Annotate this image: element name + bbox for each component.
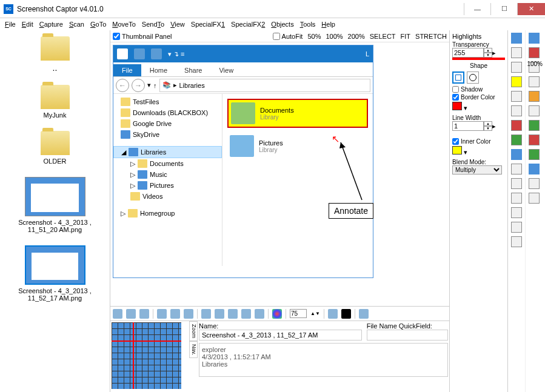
border-color-checkbox[interactable]: Border Color bbox=[452, 94, 505, 101]
palette-icon[interactable] bbox=[529, 105, 540, 116]
palette-icon[interactable] bbox=[511, 164, 522, 174]
palette-icon[interactable] bbox=[529, 91, 540, 102]
tool-icon[interactable] bbox=[201, 309, 211, 319]
palette-icon[interactable] bbox=[529, 135, 540, 145]
tool-icon[interactable] bbox=[272, 309, 282, 319]
nav-tab[interactable]: Nav. bbox=[189, 341, 198, 358]
transparency-spinner[interactable]: ▲▼ bbox=[484, 48, 492, 58]
canvas[interactable]: ▾ ↴ ≡ L File Home Share View ← → ▾ ↑ 📚 bbox=[110, 42, 449, 306]
palette-icon[interactable] bbox=[511, 76, 522, 87]
tool-icon[interactable] bbox=[255, 309, 264, 319]
palette-icon[interactable] bbox=[529, 164, 540, 174]
menu-scan[interactable]: Scan bbox=[67, 19, 87, 29]
tree-testfiles[interactable]: TestFiles bbox=[113, 96, 222, 107]
menu-help[interactable]: Help bbox=[319, 19, 338, 29]
line-width-spinner[interactable]: ▲▼ bbox=[484, 121, 492, 131]
thumbnail-panel-checkbox[interactable]: Thumbnail Panel bbox=[113, 33, 172, 40]
ribbon-tab-home[interactable]: Home bbox=[141, 64, 176, 76]
tool-icon[interactable] bbox=[170, 309, 180, 319]
menu-specialfx2[interactable]: SpecialFX2 bbox=[229, 19, 267, 29]
palette-icon[interactable] bbox=[529, 76, 540, 87]
tool-spinner[interactable] bbox=[290, 309, 307, 318]
ribbon-tab-view[interactable]: View bbox=[210, 64, 242, 76]
palette-icon[interactable] bbox=[529, 33, 540, 44]
tool-icon[interactable] bbox=[113, 309, 122, 319]
inner-color-swatch[interactable] bbox=[452, 146, 462, 154]
palette-icon[interactable] bbox=[529, 178, 540, 189]
close-button[interactable]: ✕ bbox=[517, 3, 545, 15]
transparency-input[interactable] bbox=[452, 48, 484, 58]
palette-icon[interactable] bbox=[511, 222, 522, 233]
palette-icon[interactable] bbox=[511, 33, 522, 44]
palette-icon[interactable] bbox=[511, 120, 522, 131]
shadow-checkbox[interactable]: Shadow bbox=[452, 86, 505, 93]
zoom-50[interactable]: 50% bbox=[307, 33, 321, 40]
library-pictures[interactable]: PicturesLibrary bbox=[227, 133, 368, 159]
tool-icon[interactable] bbox=[241, 309, 251, 319]
mode-fit[interactable]: FIT bbox=[401, 33, 411, 40]
palette-icon[interactable] bbox=[511, 207, 522, 218]
tool-icon[interactable] bbox=[359, 309, 369, 319]
nav-up-button[interactable]: ↑ bbox=[153, 82, 157, 89]
ribbon-tab-share[interactable]: Share bbox=[176, 64, 210, 76]
menu-capture[interactable]: Capture bbox=[37, 19, 65, 29]
tree-documents[interactable]: ▷Documents bbox=[113, 158, 222, 169]
line-width-input[interactable] bbox=[452, 121, 484, 131]
mode-stretch[interactable]: STRETCH bbox=[415, 33, 447, 40]
palette-icon[interactable] bbox=[511, 47, 522, 58]
menu-tools[interactable]: Tools bbox=[298, 19, 318, 29]
border-color-swatch[interactable] bbox=[452, 102, 462, 110]
tool-icon[interactable] bbox=[184, 309, 193, 319]
tool-icon[interactable] bbox=[215, 309, 224, 319]
tool-icon[interactable] bbox=[328, 309, 338, 319]
quickfield-input[interactable] bbox=[367, 330, 448, 341]
ribbon-tab-file[interactable]: File bbox=[113, 64, 141, 76]
thumb-folder-older[interactable]: OLDER bbox=[1, 126, 109, 172]
palette-icon[interactable] bbox=[529, 193, 540, 204]
palette-icon[interactable] bbox=[511, 135, 522, 145]
maximize-button[interactable]: ☐ bbox=[490, 3, 517, 15]
tree-homegroup[interactable]: ▷Homegroup bbox=[113, 208, 222, 219]
shape-rect-button[interactable] bbox=[452, 71, 464, 84]
tree-music[interactable]: ▷Music bbox=[113, 169, 222, 180]
palette-icon[interactable] bbox=[529, 120, 540, 131]
palette-icon[interactable] bbox=[511, 193, 522, 204]
annotate-label[interactable]: Annotate bbox=[329, 203, 373, 219]
zoom-tab[interactable]: Zoom bbox=[189, 321, 198, 341]
tool-icon[interactable] bbox=[157, 309, 167, 319]
tree-skydrive[interactable]: SkyDrive bbox=[113, 129, 222, 140]
tree-gdrive[interactable]: Google Drive bbox=[113, 118, 222, 129]
zoom-200[interactable]: 200% bbox=[348, 33, 365, 40]
palette-icon[interactable] bbox=[511, 62, 522, 73]
autofit-checkbox[interactable]: AutoFit bbox=[273, 33, 303, 40]
tree-videos[interactable]: Videos bbox=[113, 191, 222, 202]
tree-pictures[interactable]: ▷Pictures bbox=[113, 180, 222, 191]
tool-icon[interactable] bbox=[126, 309, 136, 319]
tool-icon[interactable] bbox=[341, 309, 351, 319]
thumb-screenshot-2[interactable]: Screenshot - 4_3_2013 , 11_52_17 AM.png bbox=[1, 241, 109, 309]
name-input[interactable] bbox=[199, 330, 362, 341]
thumb-parent[interactable]: .. bbox=[1, 32, 109, 80]
menu-moveto[interactable]: MoveTo bbox=[110, 19, 138, 29]
nav-dropdown-icon[interactable]: ▾ bbox=[147, 81, 151, 89]
tool-icon[interactable] bbox=[228, 309, 238, 319]
menu-view[interactable]: View bbox=[168, 19, 187, 29]
library-documents[interactable]: DocumentsLibrary bbox=[227, 99, 368, 128]
palette-icon[interactable] bbox=[511, 178, 522, 189]
menu-file[interactable]: File bbox=[2, 19, 18, 29]
menu-sendto[interactable]: SendTo bbox=[139, 19, 167, 29]
palette-icon[interactable] bbox=[511, 236, 522, 247]
tree-libraries[interactable]: ◢Libraries bbox=[113, 146, 222, 158]
nav-forward-button[interactable]: → bbox=[132, 79, 145, 92]
zoom-100[interactable]: 100% bbox=[326, 33, 343, 40]
menu-edit[interactable]: Edit bbox=[19, 19, 36, 29]
nav-back-button[interactable]: ← bbox=[116, 79, 129, 92]
palette-icon[interactable] bbox=[511, 105, 522, 116]
palette-icon[interactable] bbox=[529, 47, 540, 58]
tool-icon[interactable] bbox=[139, 309, 149, 319]
inner-color-checkbox[interactable]: Inner Color bbox=[452, 138, 505, 145]
palette-icon[interactable] bbox=[511, 91, 522, 102]
mode-select[interactable]: SELECT bbox=[370, 33, 396, 40]
address-bar[interactable]: 📚 ▸ Libraries bbox=[159, 79, 371, 92]
tree-downloads[interactable]: Downloads (BLACKBOX) bbox=[113, 107, 222, 118]
